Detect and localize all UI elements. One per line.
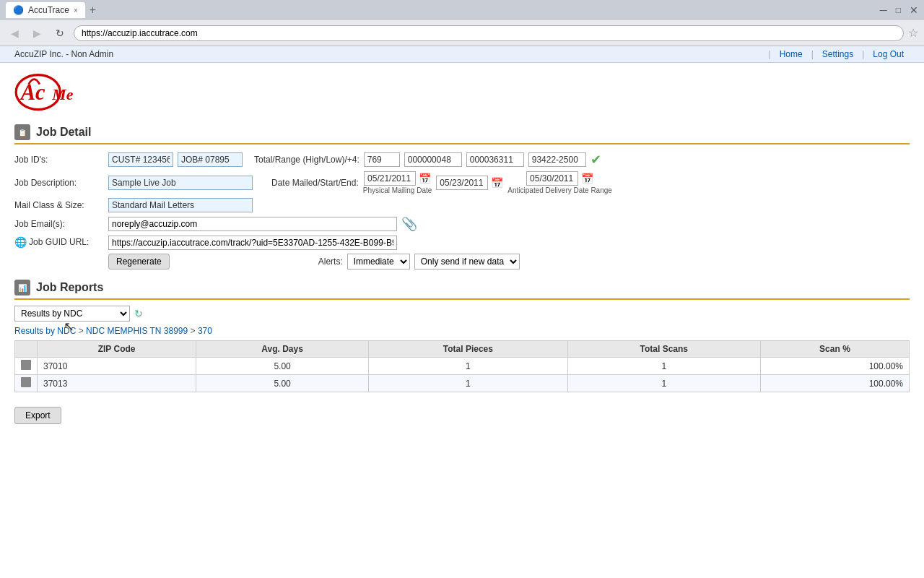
breadcrumb-ndc-link[interactable]: Results by NDC bbox=[14, 326, 76, 336]
table-row: 37013 5.00 1 1 100.00% bbox=[15, 375, 910, 392]
email-input[interactable] bbox=[108, 217, 397, 231]
mail-class-label: Mail Class & Size: bbox=[14, 200, 108, 210]
nav-divider-2: | bbox=[811, 49, 814, 59]
total-range-label: Total/Range (High/Low)/+4: bbox=[254, 155, 359, 165]
mail-class-input[interactable] bbox=[108, 198, 253, 212]
row1-pieces-cell: 1 bbox=[368, 358, 567, 375]
mail-class-content bbox=[108, 198, 253, 212]
export-area: Export bbox=[14, 400, 910, 424]
col-scan-pct-header: Scan % bbox=[760, 341, 909, 358]
range-2-input[interactable] bbox=[404, 152, 462, 167]
breadcrumb-sep-2: > bbox=[191, 326, 198, 336]
date3-calendar-icon[interactable]: 📅 bbox=[581, 173, 593, 184]
back-btn[interactable]: ◀ bbox=[6, 25, 24, 41]
svg-text:Me: Me bbox=[51, 86, 73, 103]
cust-id-input[interactable] bbox=[108, 152, 173, 167]
email-attach-icon[interactable]: 📎 bbox=[401, 216, 417, 232]
guid-content bbox=[108, 236, 397, 250]
row1-pct-cell: 100.00% bbox=[760, 358, 909, 375]
guid-row: 🌐 Job GUID URL: bbox=[14, 236, 910, 250]
logo-area: Ac Me bbox=[14, 70, 910, 117]
date2-input[interactable] bbox=[436, 176, 488, 190]
job-detail-section: 📋 Job Detail Job ID's: Total/Range (High… bbox=[14, 124, 910, 269]
guid-input[interactable] bbox=[108, 236, 397, 250]
job-desc-content: Date Mailed/Start/End: 📅 Physical Mailin… bbox=[108, 171, 612, 194]
regenerate-btn[interactable]: Regenerate bbox=[108, 254, 170, 269]
col-avg-days-header: Avg. Days bbox=[196, 341, 369, 358]
range-4-input[interactable] bbox=[528, 152, 586, 167]
date1-input[interactable] bbox=[364, 171, 416, 186]
email-row: Job Email(s): 📎 bbox=[14, 216, 910, 232]
browser-tab[interactable]: 🔵 AccuTrace × bbox=[6, 2, 85, 18]
mail-class-row: Mail Class & Size: bbox=[14, 198, 910, 212]
breadcrumb: Results by NDC > NDC MEMPHIS TN 38999 > … bbox=[14, 326, 910, 336]
col-total-pieces-header: Total Pieces bbox=[368, 341, 567, 358]
window-close-btn[interactable]: ✕ bbox=[910, 4, 918, 16]
row2-scans-cell: 1 bbox=[567, 375, 760, 392]
job-ids-content: Total/Range (High/Low)/+4: ✔ bbox=[108, 152, 601, 168]
window-maximize-btn[interactable]: □ bbox=[896, 5, 901, 15]
job-desc-input[interactable] bbox=[108, 176, 253, 190]
breadcrumb-370-link[interactable]: 370 bbox=[198, 326, 212, 336]
date3-input[interactable] bbox=[526, 171, 578, 186]
col-total-scans-header: Total Scans bbox=[567, 341, 760, 358]
app-header: AccuZIP Inc. - Non Admin | Home | Settin… bbox=[0, 46, 924, 63]
range-3-input[interactable] bbox=[466, 152, 524, 167]
job-detail-header: 📋 Job Detail bbox=[14, 124, 910, 144]
nav-divider-3: | bbox=[862, 49, 864, 59]
row2-icon-cell bbox=[15, 375, 38, 392]
job-ids-label: Job ID's: bbox=[14, 155, 108, 165]
date-mailed-label: Date Mailed/Start/End: bbox=[271, 178, 359, 188]
acme-logo: Ac Me bbox=[14, 70, 109, 113]
url-bar[interactable] bbox=[74, 25, 904, 41]
row2-zip-cell: 37013 bbox=[38, 375, 196, 392]
table-row: 37010 5.00 1 1 100.00% bbox=[15, 358, 910, 375]
breadcrumb-memphis-link[interactable]: NDC MEMPHIS TN 38999 bbox=[86, 326, 188, 336]
anticipated-delivery-label: Anticipated Delivery Date Range bbox=[507, 186, 612, 194]
date1-calendar-icon[interactable]: 📅 bbox=[419, 173, 431, 184]
refresh-btn[interactable]: ↻ bbox=[51, 25, 69, 41]
report-refresh-btn[interactable]: ↻ bbox=[134, 308, 143, 319]
job-reports-section: 📊 Job Reports Results by NDC Results by … bbox=[14, 280, 910, 392]
report-type-dropdown[interactable]: Results by NDC Results by ZIP Results by… bbox=[14, 306, 130, 322]
job-id-input[interactable] bbox=[178, 152, 243, 167]
alerts-condition-dropdown[interactable]: Only send if new data Always send bbox=[414, 254, 520, 269]
range-1-input[interactable] bbox=[364, 152, 400, 167]
browser-chrome: 🔵 AccuTrace × + ─ □ ✕ ◀ ▶ ↻ ☆ bbox=[0, 0, 924, 46]
email-content: 📎 bbox=[108, 216, 417, 232]
alerts-frequency-dropdown[interactable]: Immediate Daily Weekly bbox=[347, 254, 410, 269]
nav-settings-link[interactable]: Settings bbox=[816, 49, 859, 59]
export-btn[interactable]: Export bbox=[14, 407, 61, 424]
physical-mailing-label: Physical Mailing Date bbox=[363, 186, 432, 194]
globe-icon: 🌐 bbox=[14, 236, 27, 248]
window-minimize-btn[interactable]: ─ bbox=[880, 4, 887, 16]
browser-titlebar: 🔵 AccuTrace × + ─ □ ✕ bbox=[0, 0, 924, 20]
tab-close-btn[interactable]: × bbox=[74, 7, 78, 14]
forward-btn[interactable]: ▶ bbox=[28, 25, 46, 41]
nav-home-link[interactable]: Home bbox=[774, 49, 808, 59]
row1-folder-icon bbox=[21, 360, 31, 370]
col-icon-header bbox=[15, 341, 38, 358]
main-content: Ac Me 📋 Job Detail Job ID's: Total/Range… bbox=[0, 63, 924, 431]
nav-logout-link[interactable]: Log Out bbox=[867, 49, 910, 59]
job-detail-title: Job Detail bbox=[36, 126, 91, 139]
new-tab-btn[interactable]: + bbox=[90, 4, 96, 17]
bookmark-star-icon[interactable]: ☆ bbox=[908, 26, 918, 40]
row2-avg-days-cell: 5.00 bbox=[196, 375, 369, 392]
reports-header: 📊 Job Reports bbox=[14, 280, 910, 300]
row2-folder-icon bbox=[21, 377, 31, 387]
validate-check-icon[interactable]: ✔ bbox=[590, 152, 601, 168]
table-header: ZIP Code Avg. Days Total Pieces Total Sc… bbox=[15, 341, 910, 358]
row1-avg-days-cell: 5.00 bbox=[196, 358, 369, 375]
job-ids-row: Job ID's: Total/Range (High/Low)/+4: ✔ bbox=[14, 152, 910, 168]
date3-group: 📅 Anticipated Delivery Date Range bbox=[507, 171, 612, 194]
table-body: 37010 5.00 1 1 100.00% 37013 5.00 1 1 10… bbox=[15, 358, 910, 392]
row2-pieces-cell: 1 bbox=[368, 375, 567, 392]
row1-icon-cell bbox=[15, 358, 38, 375]
date1-group: 📅 Physical Mailing Date bbox=[363, 171, 432, 194]
report-controls: Results by NDC Results by ZIP Results by… bbox=[14, 306, 910, 322]
reports-table: ZIP Code Avg. Days Total Pieces Total Sc… bbox=[14, 340, 910, 392]
job-desc-label: Job Description: bbox=[14, 178, 108, 188]
date2-calendar-icon[interactable]: 📅 bbox=[491, 177, 503, 189]
row1-scans-cell: 1 bbox=[567, 358, 760, 375]
